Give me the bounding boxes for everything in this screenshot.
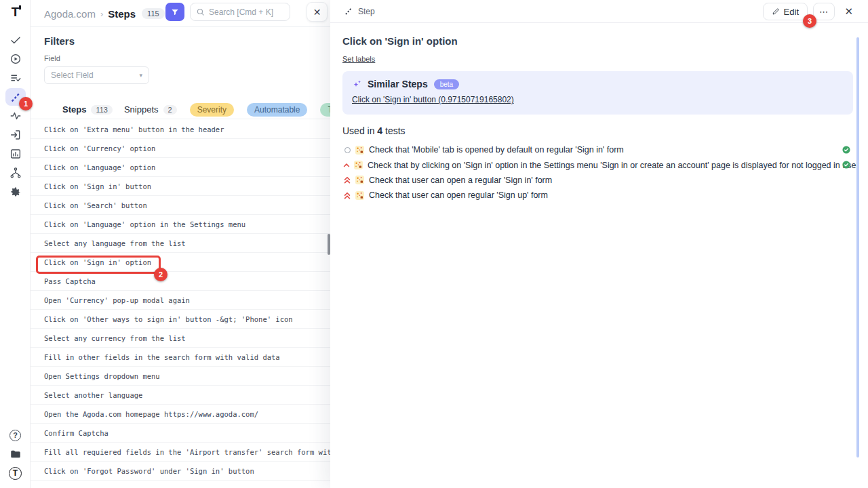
used-in-prefix: Used in bbox=[342, 125, 374, 136]
used-in-suffix: tests bbox=[385, 125, 406, 136]
sidebar-item-help[interactable]: ? bbox=[0, 426, 31, 445]
priority-highest-icon bbox=[342, 176, 352, 184]
edit-button[interactable]: Edit bbox=[763, 3, 808, 20]
sidebar-item-account[interactable]: T bbox=[0, 464, 31, 483]
step-list-item[interactable]: Select any language from the list bbox=[31, 234, 330, 253]
beta-badge: beta bbox=[434, 79, 459, 89]
import-icon bbox=[9, 129, 22, 141]
sidebar-item-projects[interactable] bbox=[0, 445, 31, 464]
similar-step-link[interactable]: Click on 'Sign in' button (0.97150719165… bbox=[352, 95, 514, 104]
bar-chart-icon bbox=[9, 148, 22, 160]
filter-pill[interactable]: Severity bbox=[190, 103, 234, 117]
tests-list: Check that 'Mobile' tab is opened by def… bbox=[342, 142, 853, 203]
sidebar-item-runs[interactable] bbox=[0, 49, 31, 68]
edit-button-label: Edit bbox=[784, 7, 799, 17]
step-title: Click on 'Sign in' option bbox=[342, 35, 853, 47]
test-title: Check that user can open regular 'Sign u… bbox=[369, 190, 548, 200]
sparkles-icon bbox=[352, 79, 363, 89]
filters-title: Filters bbox=[44, 35, 330, 47]
step-detail-panel: Step Edit ⋯ ✕ Click on 'Sign in' option … bbox=[330, 0, 868, 488]
fireworks-emoji-icon bbox=[355, 191, 364, 200]
sidebar-item-reports[interactable] bbox=[0, 144, 31, 163]
chevron-down-icon: ▾ bbox=[139, 72, 142, 79]
breadcrumb-page: Steps bbox=[108, 8, 136, 20]
step-list-item[interactable]: Fill all requiered fields in the 'Airpor… bbox=[31, 443, 330, 462]
fireworks-emoji-icon bbox=[354, 161, 363, 169]
help-icon: ? bbox=[9, 430, 21, 441]
sidebar-item-plans[interactable] bbox=[0, 68, 31, 87]
step-list-item[interactable]: Click on 'Other ways to sign in' button … bbox=[31, 310, 330, 329]
similar-steps-box: Similar Steps beta Click on 'Sign in' bu… bbox=[342, 71, 853, 115]
priority-none-icon bbox=[342, 147, 352, 153]
panel-close-button[interactable]: ✕ bbox=[844, 6, 853, 16]
step-list-item[interactable]: Open 'Currency' pop-up modal again bbox=[31, 291, 330, 310]
field-select-dropdown[interactable]: Select Field ▾ bbox=[44, 66, 149, 84]
filter-button[interactable] bbox=[165, 3, 184, 21]
app-window: T bbox=[0, 0, 868, 488]
breadcrumb-separator-icon: › bbox=[100, 9, 103, 19]
sidebar-item-import[interactable] bbox=[0, 125, 31, 144]
annotation-badge-2: 2 bbox=[154, 268, 167, 281]
step-list-item[interactable]: Click on 'Forgot Password' under 'Sign i… bbox=[31, 462, 330, 481]
close-filters-button[interactable]: ✕ bbox=[307, 2, 328, 22]
step-list-item[interactable]: Fill in other fields in the search form … bbox=[31, 348, 330, 367]
branch-icon bbox=[9, 167, 22, 179]
step-list-item[interactable]: Click on 'Language' option bbox=[31, 158, 330, 177]
sidebar-item-branches[interactable] bbox=[0, 163, 31, 182]
used-in-count: 4 bbox=[377, 125, 382, 136]
used-in-heading: Used in 4 tests bbox=[342, 125, 853, 136]
step-list-item[interactable]: Click on 'Extra menu' button in the head… bbox=[31, 120, 330, 139]
breadcrumb-project[interactable]: Agoda.com bbox=[44, 8, 96, 20]
activity-pulse-icon bbox=[9, 110, 22, 122]
search-icon bbox=[196, 7, 205, 16]
funnel-icon bbox=[170, 7, 180, 17]
pencil-icon bbox=[772, 7, 780, 16]
test-list-item[interactable]: Check that by clicking on 'Sign in' opti… bbox=[342, 157, 853, 172]
set-labels-link[interactable]: Set labels bbox=[342, 55, 375, 63]
sidebar-item-checks[interactable] bbox=[0, 30, 31, 49]
priority-high-icon bbox=[342, 161, 351, 169]
search-box[interactable] bbox=[190, 3, 290, 21]
step-list-item[interactable]: Click on 'Sign in' button bbox=[31, 177, 330, 196]
fireworks-emoji-icon bbox=[355, 146, 364, 155]
tab-steps[interactable]: Steps bbox=[62, 104, 86, 115]
passed-status-icon bbox=[842, 161, 850, 169]
test-list-item[interactable]: Check that user can open regular 'Sign u… bbox=[342, 188, 853, 203]
passed-status-icon bbox=[842, 146, 850, 154]
test-list-item[interactable]: Check that user can open a regular 'Sign… bbox=[342, 173, 853, 188]
similar-steps-title: Similar Steps bbox=[368, 79, 428, 89]
breadcrumb: Agoda.com › Steps 115 bbox=[44, 0, 165, 27]
more-actions-button[interactable]: ⋯ bbox=[813, 3, 835, 20]
steps-list: Click on 'Extra menu' button in the head… bbox=[31, 120, 330, 488]
step-list-item[interactable]: Open Settings dropdown menu bbox=[31, 367, 330, 386]
step-list-item[interactable]: Click on 'Language' option in the Settin… bbox=[31, 215, 330, 234]
search-input[interactable] bbox=[209, 7, 283, 17]
fireworks-emoji-icon bbox=[355, 176, 364, 184]
step-list-item[interactable]: Open the Agoda.com homepage https://www.… bbox=[31, 405, 330, 424]
testomat-logo-icon: T bbox=[12, 5, 20, 20]
steps-icon bbox=[344, 7, 353, 16]
tab-steps-count-badge: 113 bbox=[91, 105, 113, 115]
step-list-item[interactable]: Click on 'Sign in' option bbox=[31, 253, 330, 272]
step-list-item[interactable]: Select any currency from the list bbox=[31, 329, 330, 348]
toolbar: Agoda.com › Steps 115 ✕ bbox=[31, 0, 330, 27]
test-list-item[interactable]: Check that 'Mobile' tab is opened by def… bbox=[342, 142, 853, 157]
steps-browser-panel: Agoda.com › Steps 115 ✕ Filters Field Se… bbox=[31, 0, 330, 488]
filters-section: Filters Field Select Field ▾ bbox=[31, 27, 330, 84]
field-select-value: Select Field bbox=[51, 70, 94, 80]
step-list-item[interactable]: Click on 'Search' button bbox=[31, 196, 330, 215]
tab-snippets[interactable]: Snippets bbox=[124, 104, 159, 115]
test-title: Check that 'Mobile' tab is opened by def… bbox=[369, 145, 624, 155]
filter-pill[interactable]: Automatable bbox=[247, 103, 307, 117]
step-list-item[interactable]: Pass Captcha bbox=[31, 272, 330, 291]
step-list-item[interactable]: Confirm Captcha bbox=[31, 424, 330, 443]
field-label: Field bbox=[44, 54, 330, 62]
list-tabs-row: Steps 113 Snippets 2 SeverityAutomatable… bbox=[31, 100, 342, 119]
panel-scrollbar[interactable] bbox=[856, 37, 859, 458]
app-logo[interactable]: T bbox=[0, 3, 31, 22]
annotation-badge-3: 3 bbox=[803, 14, 816, 28]
step-list-item[interactable]: Select another language bbox=[31, 386, 330, 405]
sidebar-item-settings[interactable] bbox=[0, 182, 31, 201]
step-list-item[interactable]: Click on 'Currency' option bbox=[31, 139, 330, 158]
icon-sidebar: T bbox=[0, 0, 31, 488]
